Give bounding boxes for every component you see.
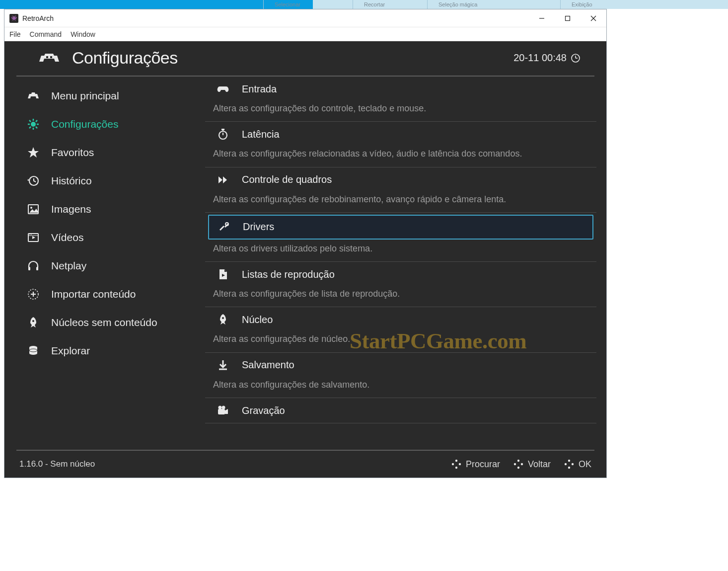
rocket-icon — [26, 316, 40, 329]
sidebar-item-label: Imagens — [51, 203, 91, 215]
setting-lat-ncia[interactable]: LatênciaAltera as configurações relacion… — [205, 122, 596, 167]
svg-point-37 — [459, 463, 461, 465]
version-text: 1.16.0 - Sem núcleo — [19, 459, 95, 469]
footer-search-button[interactable]: Procurar — [451, 459, 500, 470]
footer-action-label: Voltar — [528, 459, 551, 470]
svg-point-38 — [455, 467, 457, 469]
sidebar-item-label: Configurações — [51, 118, 118, 130]
setting-head[interactable]: Salvamento — [208, 353, 593, 378]
setting-grava-o[interactable]: Gravação — [205, 398, 596, 423]
setting-title: Núcleo — [242, 314, 273, 326]
sidebar-item-hist-rico[interactable]: Histórico — [26, 166, 205, 195]
svg-point-36 — [452, 463, 454, 465]
svg-rect-17 — [28, 267, 30, 270]
svg-point-12 — [30, 207, 32, 209]
timestamp-text: 20-11 00:48 — [513, 52, 567, 64]
svg-point-44 — [565, 463, 567, 465]
setting-title: Gravação — [242, 405, 285, 416]
history-icon — [26, 174, 40, 188]
setting-drivers[interactable]: DriversAltera os drivers utilizados pelo… — [205, 215, 596, 262]
sidebar-item-explorar[interactable]: Explorar — [26, 336, 205, 365]
maximize-button[interactable] — [555, 9, 581, 27]
sidebar-item-v-deos[interactable]: Vídeos — [26, 223, 205, 251]
sidebar-item-configura-es[interactable]: Configurações — [26, 110, 205, 138]
menu-window[interactable]: Window — [71, 30, 95, 38]
sidebar-item-netplay[interactable]: Netplay — [26, 251, 205, 280]
setting-head[interactable]: Entrada — [208, 77, 593, 101]
setting-description: Altera as configurações de rebobinamento… — [208, 192, 593, 212]
sidebar-item-n-cleos-sem-conte-do[interactable]: Núcleos sem conteúdo — [26, 308, 205, 336]
svg-point-15 — [29, 234, 30, 235]
sidebar-item-label: Explorar — [51, 345, 90, 357]
setting-title: Entrada — [242, 83, 277, 95]
setting-description: Altera as configurações de lista de repr… — [208, 287, 593, 307]
setting-head[interactable]: Controle de quadros — [208, 167, 593, 192]
close-button[interactable] — [581, 9, 606, 27]
svg-point-46 — [568, 467, 570, 469]
clock-icon — [571, 53, 581, 63]
app-icon: 👾 — [9, 14, 18, 23]
sidebar-item-label: Importar conteúdo — [51, 288, 136, 300]
sidebar-item-label: Favoritos — [51, 147, 94, 159]
svg-point-42 — [517, 467, 519, 469]
svg-point-16 — [31, 234, 32, 235]
menu-file[interactable]: File — [9, 30, 21, 38]
sidebar-item-imagens[interactable]: Imagens — [26, 195, 205, 223]
gear-icon — [26, 117, 40, 131]
setting-controle-de-quadros[interactable]: Controle de quadrosAltera as configuraçõ… — [205, 167, 596, 213]
setting-title: Listas de reprodução — [242, 269, 335, 280]
setting-description: Altera as configurações do controle, tec… — [208, 101, 593, 121]
setting-salvamento[interactable]: SalvamentoAltera as configurações de sal… — [205, 353, 596, 398]
stopwatch-icon — [216, 128, 230, 140]
settings-list[interactable]: EntradaAltera as configurações do contro… — [205, 77, 606, 450]
camera-icon — [216, 405, 230, 416]
sidebar-item-importar-conte-do[interactable]: Importar conteúdo — [26, 280, 205, 308]
setting-head[interactable]: Gravação — [208, 398, 593, 423]
setting-description: Altera os drivers utilizados pelo sistem… — [208, 242, 593, 261]
tools-icon — [217, 221, 231, 233]
svg-point-33 — [218, 406, 222, 409]
sidebar-item-label: Netplay — [51, 260, 86, 272]
footer-back-button[interactable]: Voltar — [513, 459, 551, 470]
app-window: 👾 RetroArch File Command Window — [4, 9, 607, 478]
sidebar-item-favoritos[interactable]: Favoritos — [26, 138, 205, 166]
sidebar: Menu principalConfiguraçõesFavoritosHist… — [4, 77, 205, 450]
setting-n-cleo[interactable]: NúcleoAltera as configurações de núcleo. — [205, 307, 596, 352]
svg-point-22 — [32, 320, 34, 322]
gamepad-icon — [216, 83, 230, 95]
window-title: RetroArch — [22, 14, 54, 22]
titlebar[interactable]: 👾 RetroArch — [4, 9, 606, 27]
setting-head[interactable]: Listas de reprodução — [208, 262, 593, 287]
ghost-menu-item: Recortar — [353, 0, 427, 9]
setting-entrada[interactable]: EntradaAltera as configurações do contro… — [205, 77, 596, 122]
ghost-menu-item: Exibição — [560, 0, 655, 9]
playlist-file-icon — [216, 268, 230, 280]
video-icon — [26, 231, 40, 245]
dpad-icon — [451, 459, 462, 470]
rocket-icon — [216, 314, 230, 326]
footer-action-label: Procurar — [466, 459, 500, 470]
dpad-icon — [564, 459, 575, 470]
setting-head[interactable]: Latência — [208, 122, 593, 147]
svg-rect-1 — [566, 16, 570, 21]
svg-rect-4 — [46, 56, 48, 58]
footer-ok-button[interactable]: OK — [564, 459, 591, 470]
dpad-icon — [513, 459, 524, 470]
svg-point-35 — [455, 460, 457, 462]
sidebar-item-label: Núcleos sem conteúdo — [51, 317, 157, 328]
background-toolbar: Selecionar Recortar Seleção mágica Exibi… — [0, 0, 728, 9]
menu-command[interactable]: Command — [30, 30, 62, 38]
setting-head[interactable]: Núcleo — [208, 307, 593, 332]
setting-head[interactable]: Drivers — [208, 215, 593, 240]
svg-point-41 — [521, 463, 523, 465]
footer-action-label: OK — [579, 459, 591, 470]
clock: 20-11 00:48 — [513, 52, 581, 64]
ghost-menu-item: Seleção mágica — [427, 0, 541, 9]
minimize-button[interactable] — [529, 9, 555, 27]
setting-listas-de-reprodu-o[interactable]: Listas de reproduçãoAltera as configuraç… — [205, 262, 596, 307]
sidebar-item-label: Histórico — [51, 175, 92, 187]
setting-description: Altera as configurações relacionadas a v… — [208, 147, 593, 166]
sidebar-item-menu-principal[interactable]: Menu principal — [26, 82, 205, 110]
fastforward-icon — [216, 174, 230, 186]
star-icon — [26, 146, 40, 160]
